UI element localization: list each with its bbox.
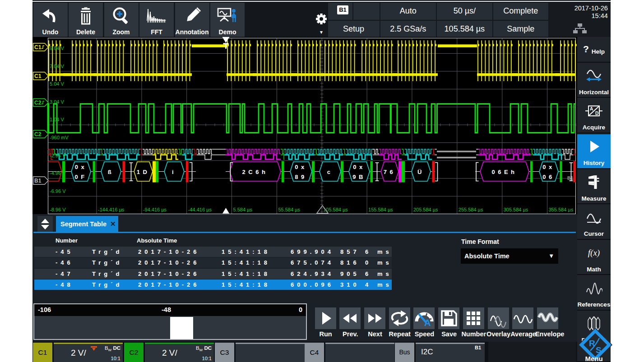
svg-text:76: 76 (384, 169, 396, 175)
svg-text:R: R (589, 339, 595, 348)
svg-text:B1: B1 (567, 175, 573, 181)
svg-text:5.04 V: 5.04 V (50, 81, 64, 87)
svg-text:255.584 µs: 255.584 µs (459, 207, 483, 212)
svg-text:0x: 0x (75, 164, 87, 170)
svg-text:-6.96 V: -6.96 V (50, 188, 66, 194)
svg-text:305.584 µs: 305.584 µs (504, 207, 528, 212)
svg-text:-4.96 V: -4.96 V (50, 170, 66, 176)
svg-text:06: 06 (542, 174, 555, 180)
svg-text:5.584 µs: 5.584 µs (233, 207, 253, 212)
svg-text:0x: 0x (295, 164, 307, 170)
svg-text:A: A (424, 318, 431, 328)
svg-text:B1: B1 (34, 178, 42, 184)
svg-text:S: S (596, 345, 602, 355)
svg-text:C1: C1 (34, 73, 42, 79)
svg-text:-2.96 V: -2.96 V (50, 153, 66, 158)
svg-text:355.584 µs: 355.584 µs (549, 207, 574, 212)
svg-text:-44.416 µs: -44.416 µs (188, 207, 212, 212)
svg-text:3.04 V: 3.04 V (50, 99, 64, 105)
svg-text:0x: 0x (353, 164, 365, 170)
svg-text:-8.96 V: -8.96 V (50, 207, 66, 212)
svg-text:i: i (172, 169, 176, 175)
svg-text:89: 89 (295, 174, 307, 180)
svg-text:9B: 9B (352, 174, 366, 180)
svg-text:-960 mV: -960 mV (50, 135, 69, 140)
svg-text:-144.416 µs: -144.416 µs (98, 207, 125, 212)
svg-text:D: D (595, 111, 598, 116)
svg-text:1D: 1D (137, 169, 150, 175)
svg-text:155.584 µs: 155.584 µs (368, 207, 393, 212)
svg-text:7.04 V: 7.04 V (50, 64, 64, 69)
svg-text:06Eh: 06Eh (491, 169, 517, 175)
svg-text:C2: C2 (34, 131, 42, 137)
svg-text:ß: ß (108, 169, 114, 175)
svg-text:1.04 V: 1.04 V (50, 117, 64, 122)
svg-text:9.04 V: 9.04 V (50, 46, 64, 51)
svg-text:C1: C1 (34, 44, 42, 50)
svg-text:55.584 µs: 55.584 µs (278, 207, 300, 212)
svg-text:Ü: Ü (417, 169, 425, 175)
svg-text:0F: 0F (74, 174, 87, 180)
svg-text:2C6h: 2C6h (242, 169, 269, 175)
svg-text:c: c (327, 169, 334, 175)
svg-text:A: A (590, 106, 593, 111)
svg-text:-94.416 µs: -94.416 µs (143, 207, 167, 212)
svg-text:205.584 µs: 205.584 µs (413, 207, 438, 212)
svg-text:0x: 0x (542, 164, 555, 170)
svg-text:C2: C2 (34, 100, 42, 106)
